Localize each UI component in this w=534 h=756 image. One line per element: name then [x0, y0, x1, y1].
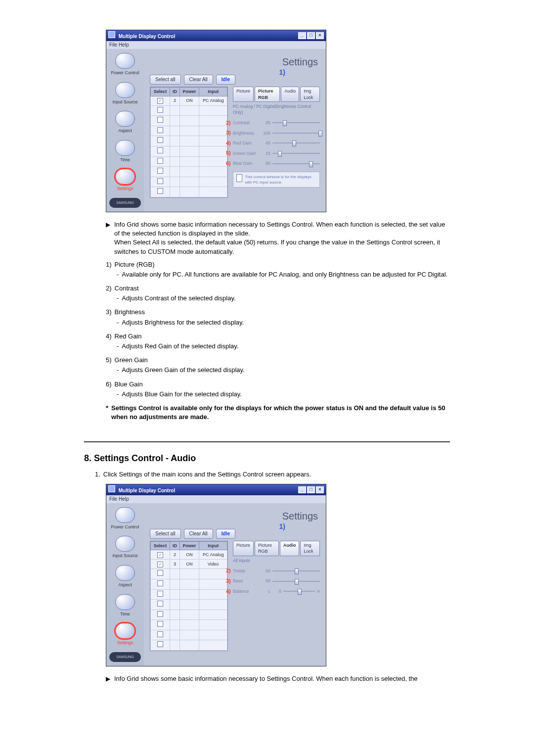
row-checkbox[interactable]: [151, 640, 170, 651]
slider-thumb[interactable]: [318, 131, 322, 137]
slider-thumb[interactable]: [309, 161, 313, 167]
row-checkbox[interactable]: ✓: [151, 560, 170, 569]
row-checkbox[interactable]: [151, 589, 170, 600]
table-row[interactable]: [151, 187, 227, 197]
row-checkbox[interactable]: [151, 620, 170, 630]
slider-track[interactable]: [272, 133, 320, 134]
slider-thumb[interactable]: [278, 151, 282, 157]
clear-all-button[interactable]: Clear All: [184, 529, 213, 539]
row-checkbox[interactable]: [151, 136, 170, 146]
row-checkbox[interactable]: [151, 187, 170, 197]
row-checkbox[interactable]: ✓: [151, 96, 170, 105]
table-row[interactable]: [151, 167, 227, 177]
sidebar-item-power[interactable]: Power Control: [108, 507, 142, 530]
row-checkbox[interactable]: [151, 579, 170, 589]
row-checkbox[interactable]: [151, 630, 170, 640]
sidebar-item-input[interactable]: Input Source: [108, 82, 142, 105]
row-checkbox[interactable]: ✓: [151, 550, 170, 560]
window-menubar[interactable]: File Help: [106, 41, 326, 49]
slider-track[interactable]: [283, 591, 315, 592]
row-checkbox[interactable]: [151, 569, 170, 579]
slider-track[interactable]: [272, 163, 320, 164]
table-row[interactable]: [151, 600, 227, 610]
row-checkbox[interactable]: [151, 177, 170, 187]
brightness-slider[interactable]: 3) Brightness 100: [233, 130, 320, 137]
row-checkbox[interactable]: [151, 167, 170, 177]
panel-heading: Settings: [150, 509, 318, 523]
sidebar-item-time[interactable]: Time: [108, 140, 142, 163]
slider-track[interactable]: [272, 122, 320, 123]
treble-slider[interactable]: 2) Treble 50: [233, 568, 320, 574]
tab-audio[interactable]: Audio: [280, 541, 300, 556]
row-checkbox[interactable]: [151, 105, 170, 116]
slider-thumb[interactable]: [295, 579, 299, 585]
row-checkbox[interactable]: [151, 126, 170, 136]
table-row[interactable]: ✓2ONPC Analog: [151, 96, 227, 105]
table-row[interactable]: [151, 105, 227, 116]
bass-slider[interactable]: 3) Bass 50: [233, 578, 320, 584]
green-gain-slider[interactable]: 5) Green Gain 15: [233, 150, 320, 157]
slider-track[interactable]: [272, 142, 320, 143]
idle-button[interactable]: Idle: [216, 75, 235, 85]
table-row[interactable]: [151, 156, 227, 167]
idle-button[interactable]: Idle: [216, 529, 235, 539]
clear-all-button[interactable]: Clear All: [184, 75, 213, 85]
row-input: PC Analog: [199, 96, 227, 105]
table-row[interactable]: ✓2ONPC Analog: [151, 550, 227, 560]
table-row[interactable]: [151, 569, 227, 579]
tab-img-lock[interactable]: Img Lock: [300, 87, 320, 102]
slider-thumb[interactable]: [295, 568, 299, 574]
sidebar-item-aspect[interactable]: Aspect: [108, 565, 142, 588]
tab-picture-rgb[interactable]: Picture RGB: [255, 541, 279, 556]
balance-slider[interactable]: 4) Balance L 0 R: [233, 588, 320, 595]
blue-gain-slider[interactable]: 6) Blue Gain 80: [233, 160, 320, 167]
sidebar-item-input[interactable]: Input Source: [108, 536, 142, 559]
table-row[interactable]: [151, 589, 227, 600]
table-row[interactable]: [151, 579, 227, 589]
select-all-button[interactable]: Select all: [150, 75, 181, 85]
close-icon[interactable]: ×: [316, 32, 324, 39]
table-row[interactable]: [151, 640, 227, 651]
row-checkbox[interactable]: [151, 156, 170, 167]
row-checkbox[interactable]: [151, 146, 170, 156]
maximize-icon[interactable]: □: [307, 486, 315, 493]
table-row[interactable]: ✓3ONVideo: [151, 560, 227, 569]
table-row[interactable]: [151, 116, 227, 126]
slider-thumb[interactable]: [298, 589, 302, 595]
tab-picture[interactable]: Picture: [233, 541, 254, 556]
table-row[interactable]: [151, 620, 227, 630]
row-checkbox[interactable]: [151, 610, 170, 620]
contrast-slider[interactable]: 2) Contrast 25: [233, 120, 320, 126]
close-icon[interactable]: ×: [316, 486, 324, 493]
red-gain-slider[interactable]: 4) Red Gain 45: [233, 140, 320, 146]
table-row[interactable]: [151, 610, 227, 620]
minimize-icon[interactable]: _: [298, 486, 306, 493]
slider-thumb[interactable]: [283, 120, 287, 126]
sidebar-item-power[interactable]: Power Control: [108, 53, 142, 76]
tab-audio[interactable]: Audio: [281, 87, 299, 102]
table-row[interactable]: [151, 177, 227, 187]
tab-picture-rgb[interactable]: Picture RGB: [255, 87, 280, 102]
row-id: 2: [170, 96, 180, 105]
select-all-button[interactable]: Select all: [150, 529, 181, 539]
row-checkbox[interactable]: [151, 600, 170, 610]
slider-thumb[interactable]: [292, 141, 296, 146]
maximize-icon[interactable]: □: [307, 32, 315, 39]
table-row[interactable]: [151, 146, 227, 156]
row-checkbox[interactable]: [151, 116, 170, 126]
row-input: [199, 116, 227, 126]
tab-picture[interactable]: Picture: [233, 87, 254, 102]
table-row[interactable]: [151, 136, 227, 146]
table-row[interactable]: [151, 126, 227, 136]
sidebar-item-settings[interactable]: Settings: [108, 623, 142, 646]
sidebar-item-aspect[interactable]: Aspect: [108, 111, 142, 134]
slider-track[interactable]: [272, 581, 320, 582]
sidebar-item-settings[interactable]: Settings: [108, 169, 142, 192]
table-row[interactable]: [151, 630, 227, 640]
slider-track[interactable]: [272, 570, 320, 571]
window-menubar[interactable]: File Help: [106, 495, 326, 503]
slider-track[interactable]: [272, 153, 320, 154]
tab-img-lock[interactable]: Img Lock: [300, 541, 320, 556]
sidebar-item-time[interactable]: Time: [108, 594, 142, 617]
minimize-icon[interactable]: _: [298, 32, 306, 39]
